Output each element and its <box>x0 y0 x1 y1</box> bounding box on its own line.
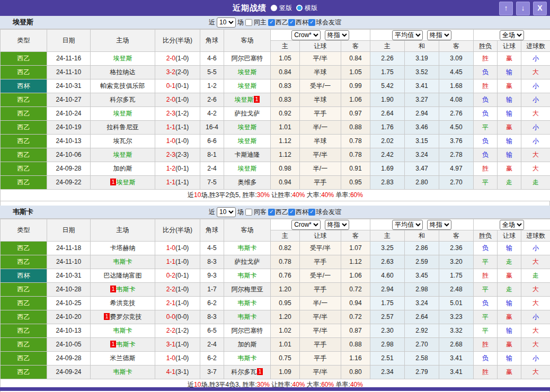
same-venue-checkbox[interactable] <box>245 19 252 26</box>
league-label: 球会友谊 <box>316 208 341 217</box>
asia-away-odds: 0.94 <box>341 297 370 310</box>
col-header-corner: 角球 <box>200 219 224 242</box>
view-mode-vertical-radio[interactable]: 竖版 <box>271 4 292 13</box>
window-buttons: ↑ ↓ X <box>499 2 547 15</box>
match-type-cell: 西乙 <box>1 324 47 338</box>
window-title: 近期战绩 <box>233 3 267 13</box>
match-date-cell: 24-10-20 <box>47 310 91 324</box>
asia-handicap: 平手 <box>300 176 341 190</box>
match-date-cell: 24-09-28 <box>47 352 91 366</box>
asia-company-select[interactable]: Crow* <box>291 220 321 230</box>
red-card-badge: 1 <box>110 286 116 292</box>
sub-column-header: 主 <box>271 230 300 242</box>
asia-period-select[interactable]: 终指 <box>325 30 349 40</box>
asia-home-odds: 1.01 <box>271 338 300 352</box>
europe-company-select[interactable]: 平均值 <box>392 30 423 40</box>
result-winloss: 负 <box>474 107 498 121</box>
team-label: 韦斯卡 <box>117 286 136 293</box>
match-count-select[interactable]: 10 <box>217 207 236 217</box>
europe-home-odds: 1.75 <box>370 66 405 79</box>
team-label: 埃登斯 <box>113 110 132 117</box>
fullmatch-scope-select[interactable]: 全场 <box>500 30 524 40</box>
league-label: 西杯 <box>296 18 308 27</box>
away-team-cell: 埃登斯 <box>224 162 271 176</box>
summary-stat-value: 40% <box>292 191 305 199</box>
league-checkbox[interactable]: ✓ <box>268 209 275 216</box>
team-label: 韦斯卡 <box>117 341 136 348</box>
filter-controls: 近 10 场 同客 ✓西乙✓西杯✓球会友谊 <box>209 207 341 217</box>
fullmatch-scope-select[interactable]: 全场 <box>500 220 524 230</box>
asia-away-odds: 0.72 <box>341 283 370 297</box>
team-label: 米兰德斯 <box>110 354 136 362</box>
asia-home-odds: 1.02 <box>271 324 300 338</box>
league-checkbox[interactable]: ✓ <box>308 209 315 216</box>
result-handicap: 输 <box>498 352 521 366</box>
league-checkbox[interactable]: ✓ <box>288 19 295 26</box>
asia-handicap: 平手 <box>300 338 341 352</box>
asia-away-odds: 0.78 <box>341 148 370 162</box>
sub-column-header: 客 <box>439 230 474 242</box>
league-checkbox[interactable]: ✓ <box>268 19 275 26</box>
europe-company-select[interactable]: 平均值 <box>392 220 423 230</box>
home-team-cell: 加的斯 <box>91 162 155 176</box>
team-label: 卡斯迪隆 <box>235 151 260 158</box>
asia-away-odds: 1.12 <box>341 255 370 269</box>
score-cell: 3-1(1-0) <box>155 338 200 352</box>
team-label: 希洪竞技 <box>110 299 136 307</box>
home-team-cell: 1费罗尔竞技 <box>91 310 155 324</box>
league-checkbox[interactable]: ✓ <box>308 19 315 26</box>
radio-selected-icon[interactable] <box>296 5 303 11</box>
team-name: 埃登斯 <box>13 17 33 27</box>
score-cell: 1-1(1-1) <box>155 176 200 190</box>
asia-period-select[interactable]: 终指 <box>325 220 349 230</box>
close-button[interactable]: X <box>533 2 547 15</box>
asia-handicap: 受平/半 <box>300 242 341 255</box>
score-cell: 1-1(1-0) <box>155 255 200 269</box>
score-cell: 0-2(0-1) <box>155 269 200 283</box>
match-date-cell: 24-10-31 <box>47 269 91 283</box>
team-label: 阿尔梅里亚 <box>232 286 263 293</box>
team-label: 拉科鲁尼亚 <box>107 123 139 131</box>
match-row: 西乙24-10-13埃瓦尔1-0(1-0)6-6埃登斯1.12半球0.782.0… <box>1 135 550 148</box>
titlebar: 近期战绩 竖版 横版 ↑ ↓ X <box>0 0 550 16</box>
asia-home-odds: 0.78 <box>271 255 300 269</box>
europe-draw-odds: 3.24 <box>405 297 439 310</box>
europe-home-odds: 2.42 <box>370 148 405 162</box>
result-handicap: 赢 <box>498 338 521 352</box>
result-winloss: 平 <box>474 283 498 297</box>
europe-home-odds: 2.02 <box>370 135 405 148</box>
league-checkbox[interactable]: ✓ <box>288 209 295 216</box>
match-row: 西乙24-10-19拉科鲁尼亚1-1(1-1)16-4埃登斯1.01半/一0.8… <box>1 121 550 135</box>
asia-company-select[interactable]: Crow* <box>291 30 321 40</box>
move-up-button[interactable]: ↑ <box>499 2 513 15</box>
filter-row: 埃登斯 近 10 场 同主 ✓西乙✓西杯✓球会友谊 <box>0 16 550 29</box>
asia-handicap: 平/半 <box>300 148 341 162</box>
europe-draw-odds: 2.92 <box>405 324 439 338</box>
match-date-cell: 24-10-24 <box>47 107 91 121</box>
move-down-button[interactable]: ↓ <box>516 2 530 15</box>
radio-icon[interactable] <box>271 5 277 11</box>
view-mode-horizontal-radio[interactable]: 横版 <box>296 4 317 13</box>
match-count-select[interactable]: 10 <box>217 17 236 28</box>
result-winloss: 胜 <box>474 162 498 176</box>
same-venue-checkbox[interactable] <box>245 209 252 216</box>
team-label: 巴达隆纳富图 <box>104 272 142 279</box>
fulltime-score: 2-2 <box>166 286 175 293</box>
europe-away-odds: 3.76 <box>439 135 474 148</box>
fulltime-score: 2-3 <box>166 151 175 158</box>
result-goals: 大 <box>521 297 550 310</box>
europe-odds-group: 平均值 终指 <box>370 30 474 41</box>
europe-home-odds: 2.57 <box>370 310 405 324</box>
asia-handicap: 平手 <box>300 283 341 297</box>
asia-handicap: 半/一 <box>300 121 341 135</box>
asia-home-odds: 0.94 <box>271 176 300 190</box>
filter-controls: 近 10 场 同主 ✓西乙✓西杯✓球会友谊 <box>209 17 341 28</box>
summary-row: 近10场,胜3平2负5, 胜率:30% 让胜率:40% 大率:40% 单率:60… <box>1 190 550 201</box>
match-date-cell: 24-10-19 <box>47 121 91 135</box>
sub-column-header: 主 <box>370 230 405 242</box>
asia-home-odds: 0.98 <box>271 162 300 176</box>
same-venue-label: 同客 <box>254 208 267 217</box>
result-winloss: 胜 <box>474 269 498 283</box>
europe-period-select[interactable]: 终指 <box>427 30 451 40</box>
europe-period-select[interactable]: 终指 <box>427 220 451 230</box>
